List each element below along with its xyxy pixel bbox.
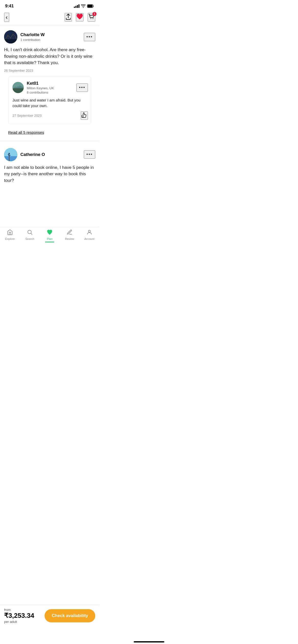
status-time: 9:41: [5, 4, 14, 9]
svg-rect-15: [4, 148, 17, 156]
user-contributions-ket: 8 contributions: [27, 91, 54, 94]
avatar-catherine: [4, 148, 17, 161]
plan-label: Plan: [47, 237, 52, 240]
thumbs-up-button[interactable]: [81, 111, 88, 120]
nav-left: ‹: [4, 13, 9, 22]
account-label: Account: [84, 237, 94, 240]
top-nav: ‹ 1: [0, 11, 99, 25]
explore-label: Explore: [5, 237, 15, 240]
avatar-ket-img: [12, 82, 24, 93]
active-tab-indicator: [45, 242, 54, 242]
svg-rect-12: [12, 82, 24, 88]
user-info-ket: Ket01 Milton Keynes, UK 8 contributions: [12, 81, 54, 94]
questions-divider: [0, 141, 99, 141]
status-bar: 9:41: [0, 0, 99, 11]
avatar-ket: [12, 82, 24, 93]
nav-right: 1: [65, 13, 95, 22]
svg-rect-16: [4, 156, 17, 161]
back-button[interactable]: ‹: [4, 13, 9, 22]
wifi-icon: [81, 4, 86, 8]
svg-point-19: [28, 230, 31, 234]
status-icons: [74, 4, 94, 8]
search-icon: [27, 229, 33, 236]
question-text-charlotte: Hi, I can't drink alcohol. Are there any…: [4, 47, 95, 66]
user-name-charlotte: Charlotte W: [20, 32, 45, 37]
explore-icon: [7, 229, 13, 236]
avatar-charlotte-img: [4, 30, 17, 43]
reply-block-ket: Ket01 Milton Keynes, UK 8 contributions …: [8, 77, 91, 124]
nav-item-account[interactable]: Account: [82, 229, 97, 240]
user-header-charlotte: Charlotte W 1 contribution •••: [4, 30, 95, 43]
share-button[interactable]: [65, 13, 72, 22]
more-options-button-catherine[interactable]: •••: [84, 150, 95, 159]
user-header-catherine: Catherine O •••: [4, 148, 95, 161]
review-icon: [66, 229, 73, 236]
question-item-2: Catherine O ••• I am not able to book on…: [0, 143, 99, 184]
user-name-catherine: Catherine O: [20, 152, 45, 157]
user-info-charlotte: Charlotte W 1 contribution: [4, 30, 45, 43]
avatar-catherine-img: [4, 148, 17, 161]
read-all-responses-link[interactable]: Read all 5 responses: [4, 128, 95, 139]
question-item-1: Charlotte W 1 contribution ••• Hi, I can…: [0, 25, 99, 139]
cart-badge: 1: [92, 12, 97, 16]
user-contributions-charlotte: 1 contribution: [20, 38, 45, 42]
plan-icon: [47, 229, 53, 236]
avatar-charlotte: [4, 30, 17, 43]
user-info-catherine: Catherine O: [4, 148, 45, 161]
account-icon: [86, 229, 92, 236]
more-options-button-charlotte[interactable]: •••: [84, 33, 95, 41]
favorite-button[interactable]: [76, 13, 84, 21]
main-content: Charlotte W 1 contribution ••• Hi, I can…: [0, 25, 99, 227]
search-label: Search: [25, 237, 34, 240]
bottom-nav: Explore Search Plan Review: [0, 227, 99, 245]
nav-item-search[interactable]: Search: [22, 229, 37, 240]
battery-icon: [87, 4, 94, 8]
heart-icon: [76, 14, 83, 20]
nav-item-review[interactable]: Review: [62, 229, 77, 240]
user-details-charlotte: Charlotte W 1 contribution: [20, 32, 45, 42]
user-name-ket: Ket01: [27, 81, 54, 86]
reply-date-ket: 27 September 2023: [12, 114, 42, 118]
question-date-charlotte: 26 September 2023: [4, 69, 95, 72]
user-location-ket: Milton Keynes, UK: [27, 86, 54, 90]
nav-item-explore[interactable]: Explore: [2, 229, 18, 240]
svg-point-2: [91, 18, 91, 19]
reply-text-ket: Just wine and water I am afraid. But you…: [12, 97, 88, 109]
cart-button[interactable]: 1: [88, 13, 95, 22]
user-details-catherine: Catherine O: [20, 152, 45, 157]
svg-point-18: [8, 153, 10, 154]
svg-rect-1: [88, 5, 93, 8]
share-icon: [65, 13, 71, 20]
svg-point-3: [93, 18, 93, 19]
reply-user-header-ket: Ket01 Milton Keynes, UK 8 contributions …: [12, 81, 88, 94]
svg-point-20: [88, 230, 90, 232]
svg-rect-6: [4, 39, 17, 43]
user-details-ket: Ket01 Milton Keynes, UK 8 contributions: [27, 81, 54, 94]
thumbs-up-icon: [81, 112, 87, 118]
review-label: Review: [65, 237, 74, 240]
reply-footer-ket: 27 September 2023: [12, 111, 88, 120]
more-options-button-ket[interactable]: •••: [76, 83, 88, 92]
nav-item-plan[interactable]: Plan: [42, 229, 57, 240]
question-text-catherine: I am not able to book online, I have 5 p…: [4, 164, 95, 184]
signal-icon: [74, 4, 79, 8]
